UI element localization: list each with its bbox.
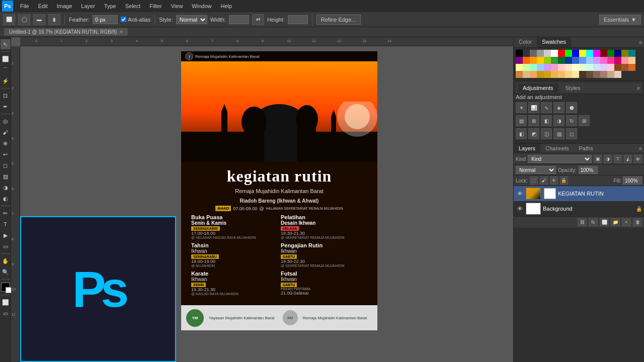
tool-single-row[interactable]: ▬: [33, 14, 45, 25]
swatch-0[interactable]: [516, 50, 523, 57]
swatch-57[interactable]: [558, 71, 565, 78]
swatch-27[interactable]: [586, 57, 593, 64]
tool-screen-mode[interactable]: ▭: [1, 308, 11, 318]
add-mask-btn[interactable]: ⬜: [600, 218, 609, 226]
swatch-33[interactable]: [628, 57, 635, 64]
tool-ellipse-marquee[interactable]: ◯: [18, 14, 30, 25]
tool-brush[interactable]: 🖌: [1, 127, 11, 137]
swatch-22[interactable]: [551, 57, 558, 64]
swatch-15[interactable]: [621, 50, 628, 57]
layer-filter-type[interactable]: T: [614, 155, 622, 163]
swatch-23[interactable]: [558, 57, 565, 64]
swatch-50[interactable]: [628, 64, 635, 71]
adj-threshold[interactable]: ◫: [541, 128, 552, 139]
swatch-6[interactable]: [558, 50, 565, 57]
tool-quick-mask[interactable]: ⬜: [1, 297, 11, 307]
menu-file[interactable]: File: [16, 2, 33, 10]
tool-spot-heal[interactable]: ◎: [1, 116, 11, 126]
swatch-31[interactable]: [614, 57, 621, 64]
swatch-28[interactable]: [593, 57, 600, 64]
swatch-49[interactable]: [621, 64, 628, 71]
swatches-panel-arrow[interactable]: ≡: [639, 40, 642, 45]
swatch-4[interactable]: [544, 50, 551, 57]
adj-photo-filter[interactable]: ◑: [553, 115, 565, 126]
menu-layer[interactable]: Layer: [77, 2, 99, 10]
tool-eyedropper[interactable]: ✒: [1, 102, 11, 112]
swatch-14[interactable]: [614, 50, 621, 57]
swatch-46[interactable]: [600, 64, 607, 71]
swatch-35[interactable]: [523, 64, 530, 71]
menu-filter[interactable]: Filter: [145, 2, 166, 10]
layers-tab[interactable]: Layers: [514, 144, 540, 153]
swatch-42[interactable]: [572, 64, 579, 71]
adj-channel-mixer[interactable]: ↻: [566, 115, 577, 126]
swatch-45[interactable]: [593, 64, 600, 71]
adj-posterize[interactable]: ◩: [528, 128, 539, 139]
swatch-61[interactable]: [586, 71, 593, 78]
layers-panel-arrow[interactable]: ≡: [639, 146, 642, 151]
paths-tab[interactable]: Paths: [574, 144, 598, 153]
tool-move[interactable]: ↖: [1, 39, 11, 49]
opacity-input[interactable]: [579, 166, 598, 174]
tool-blur[interactable]: ◑: [1, 183, 11, 193]
lock-all[interactable]: 🔒: [560, 176, 568, 185]
swap-dimensions-btn[interactable]: ⇄: [252, 14, 264, 25]
layer-1-visibility[interactable]: 👁: [516, 205, 524, 213]
swatch-55[interactable]: [544, 71, 551, 78]
swatch-19[interactable]: [530, 57, 537, 64]
swatch-54[interactable]: [537, 71, 544, 78]
width-input[interactable]: [229, 15, 249, 24]
tool-rect-marquee[interactable]: ⬜: [3, 14, 15, 25]
layer-filter-adj[interactable]: ◑: [604, 155, 612, 163]
tool-lasso[interactable]: ⌒: [1, 65, 11, 75]
essentials-btn[interactable]: Essentials ▼: [599, 15, 641, 25]
adj-hue-sat[interactable]: ▤: [516, 115, 527, 126]
adj-curves[interactable]: ∿: [541, 102, 552, 113]
swatch-39[interactable]: [551, 64, 558, 71]
layer-filter-smart[interactable]: ⊕: [634, 155, 642, 163]
swatch-7[interactable]: [565, 50, 572, 57]
doc-tab-item[interactable]: Untitled-1 @ 16.7% (KEGIATAN RUTIN, RGB/…: [4, 28, 128, 36]
refine-edge-btn[interactable]: Refine Edge...: [316, 15, 361, 25]
channels-tab[interactable]: Channels: [540, 144, 574, 153]
new-group-btn[interactable]: 📁: [611, 218, 620, 226]
swatch-41[interactable]: [565, 64, 572, 71]
adj-gradient-map[interactable]: ▨: [553, 128, 565, 139]
tool-shape[interactable]: ▭: [1, 241, 11, 251]
foreground-color[interactable]: [1, 283, 10, 292]
background-color[interactable]: [6, 287, 12, 293]
adj-color-balance[interactable]: ⊞: [528, 115, 539, 126]
menu-edit[interactable]: Edit: [34, 2, 52, 10]
adj-brightness[interactable]: ☀: [516, 102, 527, 113]
adj-vibrance[interactable]: ⬟: [566, 102, 577, 113]
layer-filter-pixel[interactable]: ▣: [594, 155, 602, 163]
tool-path-select[interactable]: ▶: [1, 230, 11, 240]
menu-help[interactable]: Help: [216, 2, 236, 10]
doc-tab-close[interactable]: ×: [120, 29, 123, 35]
swatch-24[interactable]: [565, 57, 572, 64]
swatch-62[interactable]: [593, 71, 600, 78]
adjustments-tab[interactable]: Adjustments: [518, 83, 558, 93]
swatch-51[interactable]: [516, 71, 523, 78]
height-input[interactable]: [288, 15, 308, 24]
swatch-40[interactable]: [558, 64, 565, 71]
adj-levels[interactable]: 📊: [528, 102, 539, 113]
swatch-60[interactable]: [579, 71, 586, 78]
menu-image[interactable]: Image: [53, 2, 76, 10]
swatch-21[interactable]: [544, 57, 551, 64]
swatch-47[interactable]: [607, 64, 614, 71]
adj-exposure[interactable]: ◈: [553, 102, 565, 113]
tool-hand[interactable]: ✋: [1, 256, 11, 266]
swatch-26[interactable]: [579, 57, 586, 64]
adj-selective-color[interactable]: ◻: [566, 128, 577, 139]
blend-mode-select[interactable]: Normal: [516, 166, 556, 174]
tool-single-col[interactable]: ▮: [48, 14, 60, 25]
kind-select[interactable]: Kind: [528, 155, 592, 163]
swatch-38[interactable]: [544, 64, 551, 71]
tool-gradient[interactable]: ▨: [1, 171, 11, 182]
lock-position[interactable]: ✛: [550, 176, 558, 185]
lock-image[interactable]: 🖌: [540, 176, 548, 185]
lock-transparent[interactable]: ⬚: [530, 176, 538, 185]
swatch-11[interactable]: [593, 50, 600, 57]
layer-item-1[interactable]: 👁 Background 🔒: [514, 201, 644, 216]
